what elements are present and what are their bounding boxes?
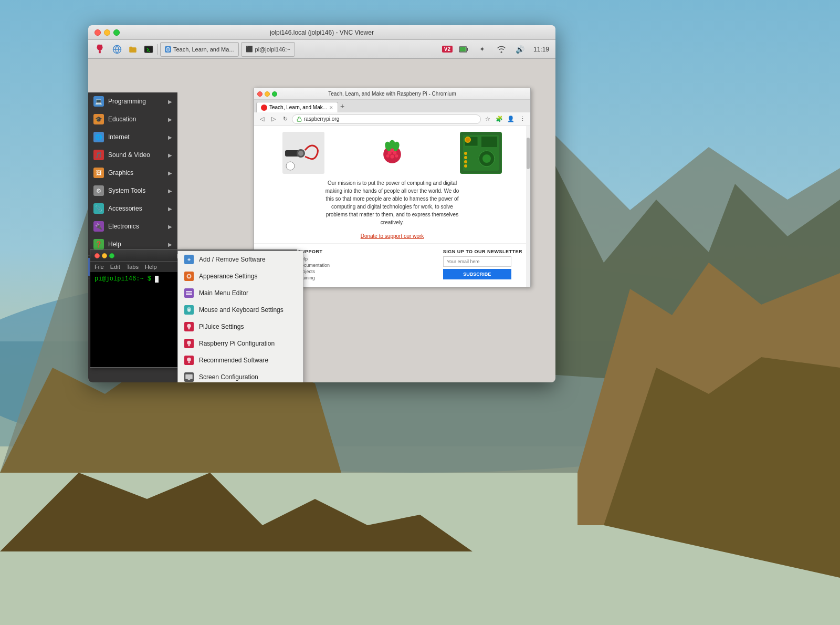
svg-rect-43 [188,345,190,346]
browser-close-btn[interactable] [257,91,262,97]
forward-button[interactable]: ▷ [269,114,278,124]
mouse-keyboard-label: Mouse and Keyboard Settings [199,306,284,314]
vnc-title: jolpi146.local (jolpi146) - VNC Viewer [270,29,374,36]
terminal-menu-help[interactable]: Help [145,264,157,270]
svg-rect-33 [186,293,192,294]
taskbar-browser-app[interactable]: Teach, Learn, and Ma... [160,42,239,57]
menu-item-system-tools[interactable]: ⚙ System Tools ▶ [88,182,177,200]
internet-label: Internet [108,133,130,141]
vnc-close-button[interactable] [94,29,101,36]
submenu-main-menu-editor[interactable]: Main Menu Editor [178,285,303,301]
terminal-menu-tabs[interactable]: Tabs [127,264,139,270]
submenu-screen-config[interactable]: Screen Configuration [178,369,303,382]
menu-item-electronics[interactable]: 🔌 Electronics ▶ [88,217,177,235]
submenu-appearance[interactable]: Appearance Settings [178,268,303,285]
profile-button[interactable]: 👤 [506,114,516,124]
arrow-electronics: ▶ [168,224,172,230]
svg-point-30 [188,275,191,278]
browser-tab-active[interactable]: Teach, Learn, and Mak... ✕ [256,102,338,112]
arrow-internet: ▶ [168,134,172,140]
svg-point-77 [466,138,470,142]
pijuice-label: PiJuice Settings [199,323,244,330]
refresh-button[interactable]: ↻ [280,114,290,124]
website-top-section [254,126,530,179]
donate-link[interactable]: Donate to support our work [361,233,424,239]
browser-titlebar: Teach, Learn, and Make with Raspberry Pi… [254,88,530,100]
help-label: Help [108,241,121,248]
menu-button[interactable]: ⋮ [518,114,527,124]
terminal-taskbar-icon[interactable] [142,43,155,56]
browser-window-title: Teach, Learn, and Make with Raspberry Pi… [328,91,456,97]
sound-video-label: Sound & Video [108,151,150,159]
svg-rect-20 [467,48,468,51]
svg-point-45 [187,358,191,362]
extension-button[interactable]: 🧩 [495,114,504,124]
svg-rect-46 [188,361,190,363]
submenu-recommended-software[interactable]: Recommended Software [178,352,303,369]
browser-max-btn[interactable] [272,91,277,97]
taskbar-clock: 11:19 [533,46,549,53]
svg-point-63 [390,154,394,158]
globe-taskbar-icon[interactable] [110,43,124,56]
screen-config-icon [183,371,195,382]
arrow-programming: ▶ [168,99,172,105]
svg-rect-49 [188,379,191,380]
browser-scrollbar[interactable] [526,126,530,287]
submenu-pijuice[interactable]: PiJuice Settings [178,318,303,335]
terminal-close-btn[interactable] [94,253,100,258]
taskbar-terminal-app[interactable]: ⬛ pi@jolpi146:~ [241,42,295,57]
raspberry-pi-menu-button[interactable] [92,42,107,57]
appearance-label: Appearance Settings [199,273,257,280]
electronics-icon: 🔌 [93,221,104,232]
terminal-app-label: pi@jolpi146:~ [255,46,290,53]
menu-item-programming[interactable]: 💻 Programming ▶ [88,92,177,110]
bluetooth-icon: ✦ [476,43,489,56]
submenu-rpi-config[interactable]: Raspberry Pi Configuration [178,335,303,352]
wifi-icon [495,43,508,56]
vnc-content-area: 💻 Programming ▶ 🎓 Education ▶ 🌐 Internet… [88,59,555,382]
vnc-minimize-button[interactable] [104,29,110,36]
newsletter-email-input[interactable] [443,256,511,267]
arrow-help: ▶ [168,242,172,247]
menu-item-sound-video[interactable]: 🎵 Sound & Video ▶ [88,146,177,164]
menu-item-internet[interactable]: 🌐 Internet ▶ [88,128,177,146]
vnc-maximize-button[interactable] [113,29,120,36]
terminal-prompt: pi@jolpi146:~ $ [94,275,151,283]
circuit-image [282,130,324,175]
accessories-label: Accessories [108,205,142,212]
screen-config-label: Screen Configuration [199,373,258,381]
menu-item-education[interactable]: 🎓 Education ▶ [88,110,177,128]
donate-section[interactable]: Donate to support our work [254,231,530,240]
terminal-menu-edit[interactable]: Edit [110,264,120,270]
scrollbar-thumb[interactable] [527,138,530,169]
main-menu-editor-label: Main Menu Editor [199,289,248,297]
rpi-taskbar: Teach, Learn, and Ma... ⬛ pi@jolpi146:~ … [88,40,555,59]
terminal-menu-file[interactable]: File [94,264,104,270]
footer-newsletter-col: SIGN UP TO OUR NEWSLETTER SUBSCRIBE [443,249,522,282]
bookmark-button[interactable]: ☆ [483,114,492,124]
subscribe-button[interactable]: SUBSCRIBE [443,269,511,279]
internet-icon: 🌐 [93,132,104,142]
browser-app-label: Teach, Learn, and Ma... [173,46,234,53]
submenu-mouse-keyboard[interactable]: Mouse and Keyboard Settings [178,301,303,318]
back-button[interactable]: ◁ [257,114,267,124]
svg-rect-69 [481,137,497,147]
url-bar[interactable]: raspberrypi.org [292,114,481,124]
recommended-software-label: Recommended Software [199,357,268,364]
recommended-software-icon [183,355,195,366]
folder-taskbar-icon[interactable] [126,43,140,56]
new-tab-button[interactable]: + [340,102,344,110]
submenu-add-remove[interactable]: + Add / Remove Software [178,251,303,268]
terminal-min-btn[interactable] [102,253,107,258]
menu-item-accessories[interactable]: 📎 Accessories ▶ [88,200,177,217]
mission-text: Our mission is to put the power of compu… [324,179,460,226]
tab-close-button[interactable]: ✕ [329,105,333,110]
browser-min-btn[interactable] [265,91,270,97]
svg-rect-34 [186,294,192,295]
terminal-max-btn[interactable] [109,253,114,258]
volume-icon: 🔊 [513,43,527,56]
url-text: raspberrypi.org [304,116,339,122]
menu-item-graphics[interactable]: 🖼 Graphics ▶ [88,164,177,182]
system-tools-label: System Tools [108,187,145,194]
arrow-sound-video: ▶ [168,152,172,158]
